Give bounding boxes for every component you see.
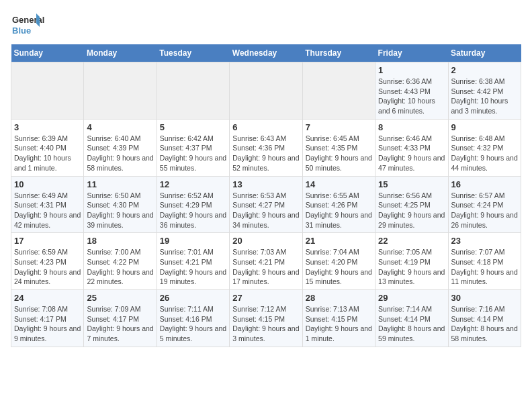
day-info: Sunrise: 6:45 AMSunset: 4:35 PMDaylight:… bbox=[306, 134, 372, 173]
day-info: Sunrise: 6:40 AMSunset: 4:39 PMDaylight:… bbox=[87, 134, 153, 173]
day-cell bbox=[302, 62, 375, 120]
day-number: 5 bbox=[160, 122, 226, 132]
day-info: Sunrise: 7:09 AMSunset: 4:17 PMDaylight:… bbox=[87, 304, 153, 344]
day-info: Sunrise: 6:52 AMSunset: 4:29 PMDaylight:… bbox=[160, 191, 226, 230]
day-cell: 6Sunrise: 6:43 AMSunset: 4:36 PMDaylight… bbox=[230, 119, 302, 176]
day-info: Sunrise: 7:08 AMSunset: 4:17 PMDaylight:… bbox=[14, 304, 81, 344]
day-number: 26 bbox=[160, 293, 226, 303]
day-info: Sunrise: 7:03 AMSunset: 4:21 PMDaylight:… bbox=[232, 247, 299, 287]
weekday-header-monday: Monday bbox=[84, 44, 157, 62]
day-number: 3 bbox=[14, 122, 81, 132]
day-cell: 19Sunrise: 7:01 AMSunset: 4:21 PMDayligh… bbox=[157, 233, 229, 290]
day-info: Sunrise: 6:56 AMSunset: 4:25 PMDaylight:… bbox=[378, 191, 445, 230]
day-number: 22 bbox=[378, 236, 445, 246]
day-number: 7 bbox=[306, 122, 372, 132]
day-number: 23 bbox=[451, 236, 518, 246]
day-cell: 10Sunrise: 6:49 AMSunset: 4:31 PMDayligh… bbox=[11, 176, 84, 233]
logo: GeneralBlue bbox=[11, 11, 44, 38]
day-cell: 8Sunrise: 6:46 AMSunset: 4:33 PMDaylight… bbox=[375, 119, 448, 176]
week-row-4: 17Sunrise: 6:59 AMSunset: 4:23 PMDayligh… bbox=[11, 233, 521, 290]
day-number: 30 bbox=[451, 293, 518, 303]
day-info: Sunrise: 6:53 AMSunset: 4:27 PMDaylight:… bbox=[232, 191, 299, 230]
day-number: 4 bbox=[87, 122, 153, 132]
week-row-5: 24Sunrise: 7:08 AMSunset: 4:17 PMDayligh… bbox=[11, 290, 521, 347]
day-cell: 3Sunrise: 6:39 AMSunset: 4:40 PMDaylight… bbox=[11, 119, 84, 176]
day-info: Sunrise: 6:59 AMSunset: 4:23 PMDaylight:… bbox=[14, 247, 81, 287]
day-info: Sunrise: 6:39 AMSunset: 4:40 PMDaylight:… bbox=[14, 134, 81, 173]
day-cell: 24Sunrise: 7:08 AMSunset: 4:17 PMDayligh… bbox=[11, 290, 84, 347]
day-cell: 23Sunrise: 7:07 AMSunset: 4:18 PMDayligh… bbox=[448, 233, 521, 290]
day-number: 16 bbox=[451, 179, 518, 189]
day-info: Sunrise: 6:50 AMSunset: 4:30 PMDaylight:… bbox=[87, 191, 153, 230]
day-number: 8 bbox=[378, 122, 445, 132]
day-cell: 2Sunrise: 6:38 AMSunset: 4:42 PMDaylight… bbox=[448, 62, 521, 120]
day-info: Sunrise: 7:01 AMSunset: 4:21 PMDaylight:… bbox=[160, 247, 226, 287]
day-cell bbox=[11, 62, 84, 120]
day-number: 21 bbox=[306, 236, 372, 246]
day-cell: 4Sunrise: 6:40 AMSunset: 4:39 PMDaylight… bbox=[84, 119, 157, 176]
header: GeneralBlue bbox=[11, 11, 521, 38]
day-number: 6 bbox=[232, 122, 299, 132]
day-number: 18 bbox=[87, 236, 153, 246]
day-number: 27 bbox=[232, 293, 299, 303]
day-number: 1 bbox=[378, 65, 445, 75]
day-info: Sunrise: 7:12 AMSunset: 4:15 PMDaylight:… bbox=[232, 304, 299, 344]
day-info: Sunrise: 6:49 AMSunset: 4:31 PMDaylight:… bbox=[14, 191, 81, 230]
weekday-header-tuesday: Tuesday bbox=[157, 44, 229, 62]
day-info: Sunrise: 6:43 AMSunset: 4:36 PMDaylight:… bbox=[232, 134, 299, 173]
day-info: Sunrise: 6:42 AMSunset: 4:37 PMDaylight:… bbox=[160, 134, 226, 173]
day-number: 11 bbox=[87, 179, 153, 189]
day-cell: 11Sunrise: 6:50 AMSunset: 4:30 PMDayligh… bbox=[84, 176, 157, 233]
day-cell: 13Sunrise: 6:53 AMSunset: 4:27 PMDayligh… bbox=[230, 176, 302, 233]
day-number: 14 bbox=[306, 179, 372, 189]
day-cell bbox=[157, 62, 229, 120]
day-cell: 12Sunrise: 6:52 AMSunset: 4:29 PMDayligh… bbox=[157, 176, 229, 233]
weekday-header-row: SundayMondayTuesdayWednesdayThursdayFrid… bbox=[11, 44, 521, 62]
day-info: Sunrise: 6:46 AMSunset: 4:33 PMDaylight:… bbox=[378, 134, 445, 173]
day-info: Sunrise: 6:48 AMSunset: 4:32 PMDaylight:… bbox=[451, 134, 518, 173]
day-cell: 27Sunrise: 7:12 AMSunset: 4:15 PMDayligh… bbox=[230, 290, 302, 347]
day-cell: 29Sunrise: 7:14 AMSunset: 4:14 PMDayligh… bbox=[375, 290, 448, 347]
day-number: 20 bbox=[232, 236, 299, 246]
day-info: Sunrise: 7:11 AMSunset: 4:16 PMDaylight:… bbox=[160, 304, 226, 344]
weekday-header-sunday: Sunday bbox=[11, 44, 84, 62]
day-cell: 20Sunrise: 7:03 AMSunset: 4:21 PMDayligh… bbox=[230, 233, 302, 290]
logo-svg: GeneralBlue bbox=[11, 11, 44, 38]
day-info: Sunrise: 6:36 AMSunset: 4:43 PMDaylight:… bbox=[378, 77, 445, 116]
day-info: Sunrise: 7:07 AMSunset: 4:18 PMDaylight:… bbox=[451, 247, 518, 287]
day-cell: 25Sunrise: 7:09 AMSunset: 4:17 PMDayligh… bbox=[84, 290, 157, 347]
week-row-3: 10Sunrise: 6:49 AMSunset: 4:31 PMDayligh… bbox=[11, 176, 521, 233]
day-number: 13 bbox=[232, 179, 299, 189]
day-cell: 28Sunrise: 7:13 AMSunset: 4:15 PMDayligh… bbox=[302, 290, 375, 347]
day-info: Sunrise: 7:04 AMSunset: 4:20 PMDaylight:… bbox=[306, 247, 372, 287]
day-number: 29 bbox=[378, 293, 445, 303]
day-info: Sunrise: 7:16 AMSunset: 4:14 PMDaylight:… bbox=[451, 304, 518, 344]
weekday-header-friday: Friday bbox=[375, 44, 448, 62]
day-cell: 9Sunrise: 6:48 AMSunset: 4:32 PMDaylight… bbox=[448, 119, 521, 176]
day-cell: 17Sunrise: 6:59 AMSunset: 4:23 PMDayligh… bbox=[11, 233, 84, 290]
svg-text:Blue: Blue bbox=[12, 26, 31, 36]
day-number: 9 bbox=[451, 122, 518, 132]
day-info: Sunrise: 7:13 AMSunset: 4:15 PMDaylight:… bbox=[306, 304, 372, 344]
day-cell: 21Sunrise: 7:04 AMSunset: 4:20 PMDayligh… bbox=[302, 233, 375, 290]
day-cell: 15Sunrise: 6:56 AMSunset: 4:25 PMDayligh… bbox=[375, 176, 448, 233]
day-info: Sunrise: 6:57 AMSunset: 4:24 PMDaylight:… bbox=[451, 191, 518, 230]
day-info: Sunrise: 6:38 AMSunset: 4:42 PMDaylight:… bbox=[451, 77, 518, 116]
day-number: 24 bbox=[14, 293, 81, 303]
day-cell bbox=[230, 62, 302, 120]
day-number: 15 bbox=[378, 179, 445, 189]
day-number: 19 bbox=[160, 236, 226, 246]
week-row-1: 1Sunrise: 6:36 AMSunset: 4:43 PMDaylight… bbox=[11, 62, 521, 120]
week-row-2: 3Sunrise: 6:39 AMSunset: 4:40 PMDaylight… bbox=[11, 119, 521, 176]
day-info: Sunrise: 6:55 AMSunset: 4:26 PMDaylight:… bbox=[306, 191, 372, 230]
day-cell: 30Sunrise: 7:16 AMSunset: 4:14 PMDayligh… bbox=[448, 290, 521, 347]
day-cell: 22Sunrise: 7:05 AMSunset: 4:19 PMDayligh… bbox=[375, 233, 448, 290]
day-cell: 1Sunrise: 6:36 AMSunset: 4:43 PMDaylight… bbox=[375, 62, 448, 120]
day-info: Sunrise: 7:14 AMSunset: 4:14 PMDaylight:… bbox=[378, 304, 445, 344]
day-number: 10 bbox=[14, 179, 81, 189]
weekday-header-thursday: Thursday bbox=[302, 44, 375, 62]
day-number: 17 bbox=[14, 236, 81, 246]
day-cell bbox=[84, 62, 157, 120]
day-info: Sunrise: 7:05 AMSunset: 4:19 PMDaylight:… bbox=[378, 247, 445, 287]
day-cell: 26Sunrise: 7:11 AMSunset: 4:16 PMDayligh… bbox=[157, 290, 229, 347]
